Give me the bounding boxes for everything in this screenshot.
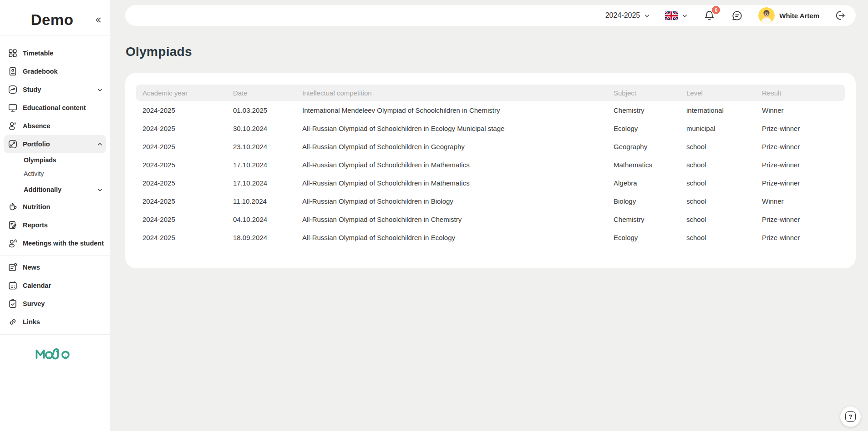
sidebar-item-label: Educational content [23,104,86,111]
table-row: 2024-2025 18.09.2024 All-Russian Olympia… [136,228,845,246]
sidebar-subitem-activity[interactable]: Activity [4,167,106,180]
user-menu[interactable]: White Artem [758,7,819,24]
table-header: Academic year Date Intellectual competit… [136,85,845,101]
cell-competition: All-Russian Olympiad of Schoolchildren i… [296,179,607,187]
sidebar-item-news[interactable]: News [4,258,106,276]
sidebar-item-timetable[interactable]: Timetable [4,44,106,62]
sidebar-item-label: Additionally [24,186,61,193]
sidebar-item-study[interactable]: Study [4,80,106,99]
sidebar-item-educational-content[interactable]: Educational content [4,99,106,117]
sidebar-item-absence[interactable]: Absence [4,117,106,135]
help-button[interactable]: ? [840,406,861,427]
sidebar-item-reports[interactable]: Reports [4,216,106,234]
sidebar-item-label: Calendar [23,282,51,289]
sidebar-item-calendar[interactable]: Calendar [4,276,106,295]
gradebook-icon [8,66,18,76]
cell-competition: International Mendeleev Olympiad of Scho… [296,106,607,114]
cell-academic-year: 2024-2025 [136,161,227,169]
mojo-logo [33,338,77,365]
sidebar-item-label: Nutrition [23,203,50,210]
sidebar-item-label: Absence [23,122,50,130]
cell-result: Winner [756,106,845,114]
expand-arrows-icon [8,139,18,149]
sidebar-collapse-button[interactable] [93,15,103,25]
sidebar-item-links[interactable]: Links [4,313,106,331]
trend-icon [8,85,18,95]
sidebar-subitem-label: Activity [24,170,44,177]
cell-result: Winner [756,197,845,205]
cell-result: Prize-winner [756,161,845,169]
table-row: 2024-2025 04.10.2024 All-Russian Olympia… [136,210,845,228]
cell-date: 18.09.2024 [227,234,296,241]
academic-year-selector[interactable]: 2024-2025 [605,11,651,20]
cell-date: 04.10.2024 [227,216,296,223]
cell-level: international [680,106,756,114]
cell-date: 01.03.2025 [227,106,296,114]
sidebar-subitem-olympiads[interactable]: Olympiads [4,153,106,167]
avatar [758,7,775,24]
chevron-down-icon [644,12,650,19]
sidebar-item-label: Links [23,318,40,326]
cell-subject: Chemistry [607,106,680,114]
notification-badge: 6 [712,6,720,14]
table-row: 2024-2025 30.10.2024 All-Russian Olympia… [136,119,845,137]
survey-check-icon [8,299,18,309]
column-header-subject: Subject [607,89,680,97]
logout-icon [835,10,846,21]
brand-title: Demo [11,11,93,29]
cell-level: municipal [680,125,756,132]
cell-date: 17.10.2024 [227,179,296,187]
messages-button[interactable] [731,9,744,22]
uk-flag-icon [665,11,678,20]
sidebar-item-label: Study [23,86,41,93]
cell-academic-year: 2024-2025 [136,143,227,150]
sidebar-item-additionally[interactable]: Additionally [4,181,106,198]
cell-level: school [680,197,756,205]
table-row: 2024-2025 01.03.2025 International Mende… [136,101,845,119]
sidebar-subitem-label: Olympiads [24,156,56,164]
cell-date: 17.10.2024 [227,161,296,169]
logout-button[interactable] [834,9,847,22]
double-chevron-left-icon [94,16,102,24]
sidebar-item-gradebook[interactable]: Gradebook [4,62,106,80]
cell-level: school [680,143,756,150]
page-title: Olympiads [126,45,192,59]
cell-date: 30.10.2024 [227,125,296,132]
cell-subject: Ecology [607,234,680,241]
table-row: 2024-2025 17.10.2024 All-Russian Olympia… [136,174,845,192]
chain-link-icon [8,317,18,327]
column-header-result: Result [756,89,845,97]
sidebar-item-label: Reports [23,221,48,229]
notifications-button[interactable]: 6 [703,9,716,22]
sidebar-nav: Timetable Gradebook Study [0,35,110,365]
sidebar-item-survey[interactable]: Survey [4,295,106,313]
news-icon [8,262,18,272]
sidebar-item-meetings-with-the-student[interactable]: Meetings with the student [4,234,106,252]
sidebar-item-portfolio[interactable]: Portfolio [4,135,106,153]
question-mark-icon: ? [845,411,856,422]
table-row: 2024-2025 23.10.2024 All-Russian Olympia… [136,137,845,155]
sidebar-footer [0,338,110,365]
cell-academic-year: 2024-2025 [136,125,227,132]
cell-result: Prize-winner [756,125,845,132]
person-x-icon [8,121,18,131]
cell-competition: All-Russian Olympiad of Schoolchildren i… [296,216,607,223]
cell-competition: All-Russian Olympiad of Schoolchildren i… [296,197,607,205]
sidebar-item-label: Gradebook [23,68,58,75]
column-header-date: Date [227,89,296,97]
cup-icon [8,202,18,212]
divider [0,334,110,335]
cell-subject: Mathematics [607,161,680,169]
sidebar-item-nutrition[interactable]: Nutrition [4,198,106,216]
cell-result: Prize-winner [756,216,845,223]
cell-competition: All-Russian Olympiad of Schoolchildren i… [296,234,607,241]
cell-competition: All-Russian Olympiad of Schoolchildren i… [296,125,607,132]
monitor-icon [8,103,18,113]
cell-date: 11.10.2024 [227,197,296,205]
column-header-academic-year: Academic year [136,89,227,97]
cell-academic-year: 2024-2025 [136,216,227,223]
language-selector[interactable] [665,11,688,20]
cell-subject: Chemistry [607,216,680,223]
divider [0,256,110,256]
sidebar-item-label: Timetable [23,50,53,57]
